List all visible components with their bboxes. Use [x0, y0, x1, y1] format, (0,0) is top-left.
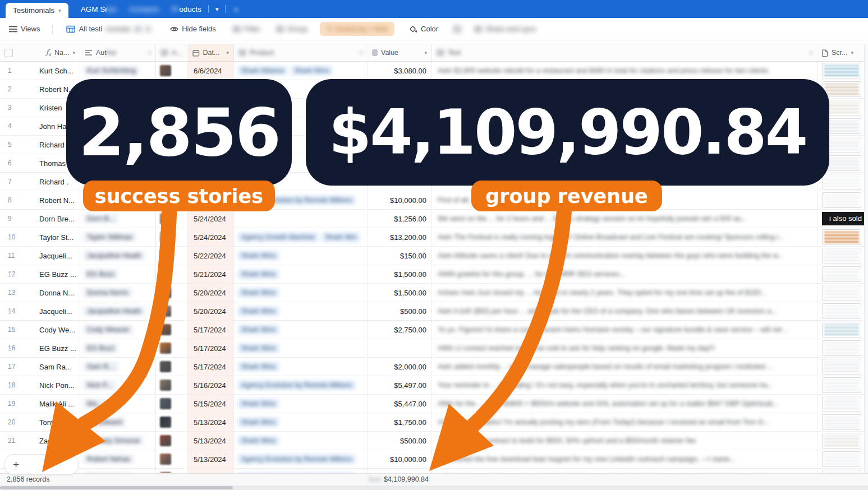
- date-cell[interactable]: 5/20/2024: [188, 284, 234, 302]
- header-value[interactable]: Value ▾: [368, 44, 432, 61]
- avatar-cell[interactable]: [156, 413, 188, 431]
- avatar-cell[interactable]: [156, 450, 188, 468]
- color-button[interactable]: Color: [409, 25, 438, 33]
- filter-button[interactable]: Filter: [233, 25, 260, 33]
- text-cell[interactable]: #Win for the ... week $3800 + $500/m web…: [432, 395, 818, 413]
- product-cell[interactable]: Shark Wins: [234, 432, 368, 450]
- screenshot-cell[interactable]: [818, 228, 864, 246]
- horizontal-scrollbar[interactable]: [0, 486, 868, 490]
- table-row[interactable]: 19Malik Ali ...Ma...5/15/2024Shark Wins$…: [0, 395, 864, 413]
- views-button[interactable]: Views: [9, 25, 40, 33]
- value-cell[interactable]: $10,000.00: [368, 191, 432, 209]
- screenshot-cell[interactable]: [818, 302, 864, 320]
- text-cell[interactable]: We were on the ... for 2 hours and ... f…: [432, 210, 818, 228]
- name-cell[interactable]: 17Sam Ra...: [0, 358, 80, 376]
- name-cell[interactable]: 19Malik Ali ...: [0, 395, 80, 413]
- name-cell[interactable]: 8Robert N...: [0, 191, 80, 209]
- screenshot-cell[interactable]: [818, 173, 864, 191]
- avatar-cell[interactable]: [156, 358, 188, 376]
- horizontal-scrollbar-thumb[interactable]: [0, 486, 233, 489]
- screenshot-cell[interactable]: [818, 265, 864, 283]
- text-cell[interactable]: ...ed a website contract to build for $5…: [432, 432, 818, 450]
- text-cell[interactable]: #win $2,800 website rebuild for a restau…: [432, 62, 818, 80]
- text-cell[interactable]: #win added monthly ... er to manage sale…: [432, 358, 818, 376]
- author-cell[interactable]: Kurt Schlichting: [80, 62, 156, 80]
- value-cell[interactable]: $500.00: [368, 432, 432, 450]
- table-row[interactable]: 10Taylor St...Taylor Stillman5/24/2024Ag…: [0, 228, 864, 247]
- tabs-chevron-down-icon[interactable]: ▾: [215, 6, 219, 13]
- screenshot-cell[interactable]: i also sold: [818, 210, 864, 228]
- table-row[interactable]: 21Zachar...Zachary Smouse5/13/2024Shark …: [0, 432, 864, 450]
- author-cell[interactable]: Ma...: [80, 395, 156, 413]
- table-row[interactable]: 9Dorn Bre...Dorn B...5/24/2024$1,256.00W…: [0, 210, 864, 228]
- name-cell[interactable]: 12EG Buzz ...: [0, 265, 80, 283]
- hide-fields-button[interactable]: Hide fields: [170, 25, 216, 33]
- author-cell[interactable]: Nick P...: [80, 376, 156, 394]
- author-cell[interactable]: Zachary Smouse: [80, 432, 156, 450]
- author-cell[interactable]: Cody Weaver: [80, 321, 156, 339]
- table-row[interactable]: 11Jacqueli...Jacqueline Heath5/22/2024Sh…: [0, 247, 864, 265]
- product-cell[interactable]: Shark Wins: [234, 413, 368, 431]
- name-cell[interactable]: 14Jacqueli...: [0, 302, 80, 320]
- avatar-cell[interactable]: [156, 284, 188, 302]
- date-cell[interactable]: 5/13/2024: [188, 432, 234, 450]
- table-row[interactable]: 13Donna N...Donna Norris5/20/2024Shark W…: [0, 284, 864, 302]
- avatar-cell[interactable]: [156, 302, 188, 320]
- product-cell[interactable]: Shark Wins: [234, 339, 368, 357]
- date-cell[interactable]: 5/20/2024: [188, 302, 234, 320]
- name-cell[interactable]: 9Dorn Bre...: [0, 210, 80, 228]
- date-cell[interactable]: 5/17/2024: [188, 358, 234, 376]
- text-cell[interactable]: Your reminder to ... on scaling ! It's n…: [432, 376, 818, 394]
- table-row[interactable]: 18Nick Pon...Nick P...5/16/2024Agency Ev…: [0, 376, 864, 395]
- value-cell[interactable]: $1,500.00: [368, 265, 432, 283]
- date-cell[interactable]: 5/13/2024: [188, 413, 234, 431]
- share-and-sync-button[interactable]: Share and sync: [474, 25, 536, 33]
- product-cell[interactable]: Shark Wins: [234, 302, 368, 320]
- name-cell[interactable]: 1Kurt Sch...: [0, 62, 80, 80]
- value-cell[interactable]: $1,256.00: [368, 210, 432, 228]
- name-cell[interactable]: 18Nick Pon...: [0, 376, 80, 394]
- table-row[interactable]: 17Sam Ra...Sam R...5/17/2024Shark Wins$2…: [0, 358, 864, 376]
- header-product[interactable]: Product ▾: [234, 44, 368, 61]
- table-row[interactable]: 1Kurt Sch...Kurt Schlichting6/6/2024Shar…: [0, 62, 864, 80]
- screenshot-cell[interactable]: [818, 339, 864, 357]
- value-cell[interactable]: $5,447.00: [368, 395, 432, 413]
- value-cell[interactable]: $500.00: [368, 302, 432, 320]
- product-cell[interactable]: Shark Wins: [234, 284, 368, 302]
- date-cell[interactable]: 5/13/2024: [188, 450, 234, 468]
- value-cell[interactable]: $2,000.00: [368, 358, 432, 376]
- product-cell[interactable]: Shark Wins: [234, 395, 368, 413]
- view-switcher[interactable]: All testimonials: [66, 25, 151, 33]
- screenshot-cell[interactable]: [818, 358, 864, 376]
- avatar-cell[interactable]: [156, 395, 188, 413]
- group-button[interactable]: Group: [276, 25, 307, 33]
- author-cell[interactable]: Dorn B...: [80, 210, 156, 228]
- avatar-cell[interactable]: [156, 321, 188, 339]
- name-cell[interactable]: 13Donna N...: [0, 284, 80, 302]
- date-cell[interactable]: 5/17/2024: [188, 339, 234, 357]
- avatar-cell[interactable]: [156, 62, 188, 80]
- avatar-cell[interactable]: [156, 210, 188, 228]
- author-cell[interactable]: Donna Norris: [80, 284, 156, 302]
- avatar-cell[interactable]: [156, 228, 188, 246]
- date-cell[interactable]: 5/15/2024: [188, 395, 234, 413]
- select-all-checkbox[interactable]: [4, 49, 13, 57]
- text-cell[interactable]: #Win LI contact reached out to me cold t…: [432, 339, 818, 357]
- header-name[interactable]: ƒx Na... ▾: [0, 44, 80, 61]
- date-cell[interactable]: 5/21/2024: [188, 265, 234, 283]
- add-record-button[interactable]: +: [4, 454, 79, 475]
- table-row[interactable]: 22Robert N...Robert Nehas5/13/2024Agency…: [0, 450, 864, 469]
- screenshot-cell[interactable]: [818, 432, 864, 450]
- table-row[interactable]: 12EG Buzz ...EG Buzz5/21/2024Shark Wins$…: [0, 265, 864, 284]
- table-row[interactable]: 16EG Buzz ...EG Buzz5/17/2024Shark Wins#…: [0, 339, 864, 358]
- text-cell[interactable]: —I finished the free download lead magne…: [432, 450, 818, 468]
- header-text[interactable]: Text ▾: [432, 44, 818, 61]
- text-cell[interactable]: #win Attitude saves a client! Due to a c…: [432, 247, 818, 265]
- table-row[interactable]: 14Jacqueli...Jacqueline Heath5/20/2024Sh…: [0, 302, 864, 321]
- header-screenshot[interactable]: Scr... ▾: [818, 44, 864, 61]
- product-cell[interactable]: Agency Evolution by Remote Millions: [234, 376, 368, 394]
- product-cell[interactable]: Shark Wins: [234, 358, 368, 376]
- author-cell[interactable]: ...y Edward: [80, 413, 156, 431]
- product-cell[interactable]: [234, 210, 368, 228]
- author-cell[interactable]: Taylor Stillman: [80, 228, 156, 246]
